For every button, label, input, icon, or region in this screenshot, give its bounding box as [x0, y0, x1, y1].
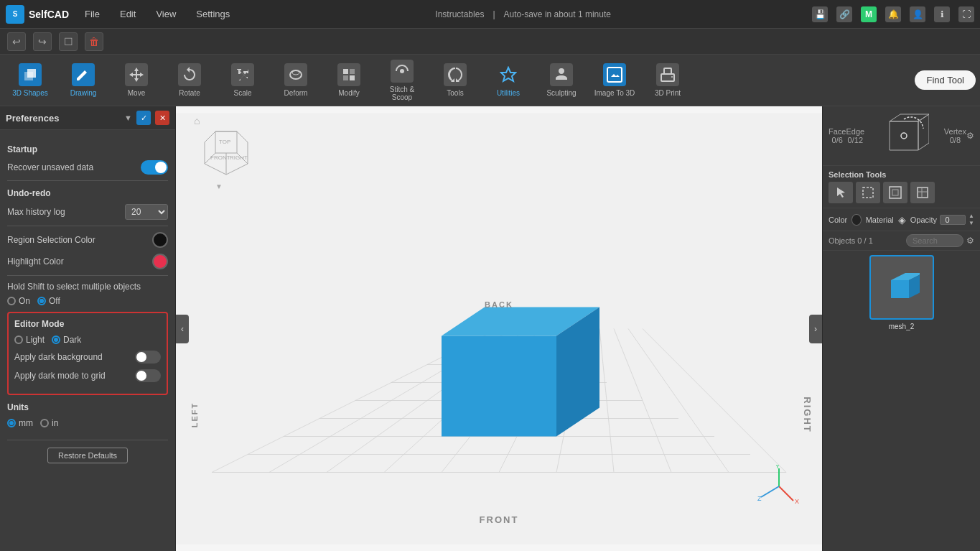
hold-shift-section: Hold Shift to select multiple objects On…: [7, 282, 168, 306]
undo-button[interactable]: ↩: [7, 32, 26, 51]
sel-tool-sphere[interactable]: [883, 182, 907, 203]
save-icon[interactable]: 💾: [812, 6, 828, 22]
selection-tools-label: Selection Tools: [823, 166, 980, 182]
tool-3d-print[interactable]: 3D Print: [642, 56, 694, 105]
face-value: 0/6: [829, 136, 846, 144]
editor-mode-section: Editor Mode Light Dark Apply dark backgr: [7, 312, 168, 395]
hold-shift-label: Hold Shift to select multiple objects: [7, 282, 168, 292]
apply-dark-bg-toggle[interactable]: [135, 351, 161, 364]
tool-utilities[interactable]: Utilities: [482, 56, 534, 105]
tool-image-to-3d[interactable]: Image To 3D: [589, 56, 640, 105]
panel-close-button[interactable]: ✕: [155, 111, 169, 125]
in-label: in: [52, 418, 58, 428]
light-mode-option[interactable]: Light: [14, 335, 45, 345]
mm-option[interactable]: mm: [7, 418, 33, 428]
face-stat: Face 0/6: [829, 127, 846, 144]
highlight-color-swatch[interactable]: [152, 254, 168, 269]
sel-tool-pointer[interactable]: [829, 182, 853, 203]
viewport-right-collapse[interactable]: ›: [809, 315, 822, 343]
dark-mode-label: Dark: [63, 335, 81, 345]
opacity-label: Opacity: [910, 216, 937, 224]
in-option[interactable]: in: [40, 418, 58, 428]
object-item-mesh2[interactable]: mesh_2: [827, 255, 976, 330]
nav-cube-area[interactable]: ⌂ TOP FRONT RIGHT ▼: [190, 114, 255, 195]
menu-file[interactable]: File: [80, 6, 104, 22]
light-mode-radio[interactable]: [14, 335, 23, 344]
bell-icon[interactable]: 🔔: [885, 6, 901, 22]
rp-gear-button[interactable]: ⚙: [966, 131, 974, 141]
svg-rect-5: [350, 69, 355, 74]
hold-shift-on-option[interactable]: On: [7, 296, 30, 306]
app-name: SelfCAD: [29, 9, 69, 20]
recover-toggle[interactable]: [141, 160, 168, 175]
sel-tool-paint[interactable]: [910, 182, 935, 203]
info-icon[interactable]: ℹ: [934, 6, 950, 22]
main-area: Preferences ▼ ✓ ✕ Startup Recover unsave…: [0, 106, 980, 551]
region-selection-color-swatch[interactable]: [152, 232, 168, 248]
recover-unsaved-row: Recover unsaved data: [7, 160, 168, 175]
opacity-up-button[interactable]: ▲: [969, 213, 974, 219]
tool-3d-shapes[interactable]: 3D Shapes: [4, 56, 56, 105]
face-label: Face: [829, 127, 846, 136]
tool-deform-label: Deform: [284, 89, 308, 97]
recover-label: Recover unsaved data: [7, 162, 93, 172]
hold-shift-off-option[interactable]: Off: [37, 296, 60, 306]
tool-deform[interactable]: Deform: [270, 56, 322, 105]
region-selection-color-label: Region Selection Color: [7, 235, 95, 245]
svg-line-53: [779, 486, 793, 501]
hold-shift-off-radio[interactable]: [37, 297, 46, 305]
viewport[interactable]: ‹ ›: [176, 106, 822, 551]
objects-settings-button[interactable]: ⚙: [966, 236, 974, 246]
color-picker[interactable]: [851, 214, 861, 226]
svg-point-62: [901, 133, 907, 139]
mm-radio[interactable]: [7, 419, 16, 427]
max-history-select[interactable]: 20 50 100: [125, 204, 168, 220]
tool-stitch-scoop[interactable]: Stitch & Scoop: [376, 56, 428, 105]
panel-dropdown-arrow[interactable]: ▼: [124, 114, 132, 122]
menu-settings[interactable]: Settings: [192, 6, 234, 22]
tool-drawing[interactable]: Drawing: [57, 56, 109, 105]
find-tool-button[interactable]: Find Tool: [915, 70, 976, 90]
svg-marker-59: [890, 121, 918, 150]
tool-rotate[interactable]: Rotate: [164, 56, 215, 105]
material-icon[interactable]: ◈: [898, 214, 906, 226]
menu-view[interactable]: View: [151, 6, 180, 22]
mm-label: mm: [19, 418, 33, 428]
opacity-input[interactable]: [940, 215, 966, 225]
dark-mode-radio[interactable]: [52, 335, 60, 344]
material-label: Material: [866, 216, 894, 224]
share-icon[interactable]: 🔗: [836, 6, 852, 22]
panel-content: Startup Recover unsaved data Undo-redo M…: [0, 130, 175, 478]
redo-button[interactable]: ↪: [33, 32, 52, 51]
sculpting-icon: [550, 63, 573, 86]
viewport-toggle-button[interactable]: ☐: [59, 32, 78, 51]
logo-icon: S: [6, 5, 24, 24]
hold-shift-on-radio[interactable]: [7, 297, 16, 305]
viewport-left-collapse[interactable]: ‹: [176, 315, 189, 343]
m-icon[interactable]: M: [861, 6, 877, 22]
mesh2-name: mesh_2: [889, 323, 915, 330]
delete-button[interactable]: 🗑: [85, 32, 103, 51]
in-radio[interactable]: [40, 419, 49, 427]
tool-utilities-label: Utilities: [497, 89, 520, 97]
fullscreen-icon[interactable]: ⛶: [958, 6, 974, 22]
utilities-icon: [497, 63, 520, 86]
apply-dark-grid-toggle[interactable]: [135, 369, 161, 382]
logo: S SelfCAD: [6, 5, 69, 24]
tool-move[interactable]: Move: [111, 56, 162, 105]
panel-confirm-button[interactable]: ✓: [136, 111, 151, 125]
restore-defaults-button[interactable]: Restore Defaults: [47, 448, 128, 463]
sel-tool-box[interactable]: [856, 182, 880, 203]
tool-tools-label: Tools: [447, 89, 463, 97]
search-input[interactable]: [906, 234, 963, 247]
menu-edit[interactable]: Edit: [116, 6, 140, 22]
tool-tools[interactable]: Tools: [429, 56, 481, 105]
opacity-down-button[interactable]: ▼: [969, 220, 974, 226]
mesh2-thumbnail[interactable]: [869, 255, 934, 320]
tool-modify[interactable]: Modify: [323, 56, 375, 105]
tool-scale[interactable]: Scale: [217, 56, 269, 105]
user-icon[interactable]: 👤: [910, 6, 925, 22]
svg-marker-9: [501, 68, 515, 81]
tool-sculpting[interactable]: Sculpting: [536, 56, 587, 105]
dark-mode-option[interactable]: Dark: [52, 335, 81, 345]
